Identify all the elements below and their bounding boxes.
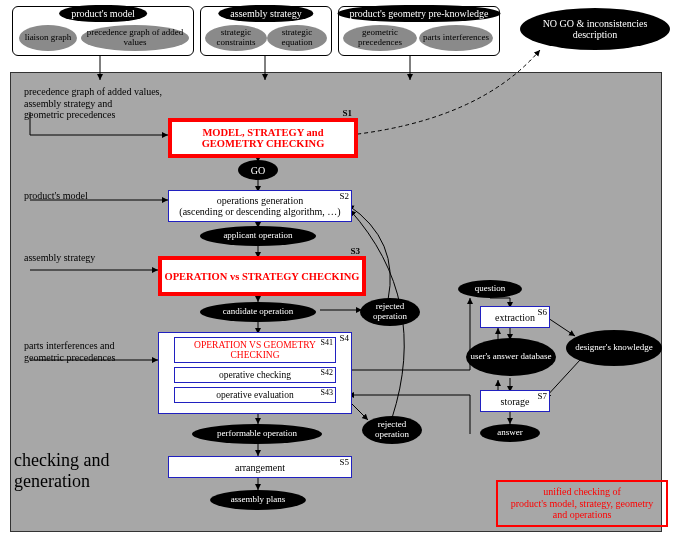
answer-node: answer [480, 424, 540, 442]
s43-text: operative evaluation [216, 390, 293, 400]
question-label: question [475, 284, 506, 294]
annot-s1-input: precedence graph of added values, assemb… [24, 86, 204, 121]
strategic-constraints-label: strategic constraints [205, 28, 267, 48]
s41-box: OPERATION VS GEOMETRY CHECKING S41 [174, 337, 336, 363]
s2-text: operations generation (ascending or desc… [179, 195, 340, 217]
s2-box: S2 operations generation (ascending or d… [168, 190, 352, 222]
s5-text: arrangement [235, 462, 285, 473]
user-answer-db-node: user's answer database [466, 338, 556, 376]
group-strategy-title: assembly strategy [218, 5, 313, 22]
s1-text: MODEL, STRATEGY and GEOMETRY CHECKING [172, 127, 354, 149]
s43-tag: S43 [321, 388, 333, 397]
rejected-operation-2-node: rejected operation [362, 416, 422, 444]
s42-text: operative checking [219, 370, 291, 380]
s4-tag: S4 [339, 333, 349, 343]
group-assembly-strategy: assembly strategy strategic constraints … [200, 6, 332, 56]
user-answer-db-label: user's answer database [470, 352, 551, 362]
group-product-model-title: product's model [59, 5, 147, 22]
s43-box: operative evaluation S43 [174, 387, 336, 403]
strategic-equation-node: strategic equation [267, 25, 327, 51]
liaison-graph-label: liaison graph [25, 33, 72, 43]
candidate-operation-label: candidate operation [223, 307, 294, 317]
annot-s4-input: parts interferences and geometric preced… [24, 340, 144, 363]
annot-s3-input: assembly strategy [24, 252, 95, 264]
s6-text: extraction [495, 312, 535, 323]
question-node: question [458, 280, 522, 298]
s3-box: S3 OPERATION vs STRATEGY CHECKING [158, 256, 366, 296]
group-geometry: product's geometry pre-knowledge geometr… [338, 6, 500, 56]
rejected-operation-2-label: rejected operation [362, 420, 422, 440]
legend-box: unified checking of product's model, str… [496, 480, 668, 527]
s1-box: S1 MODEL, STRATEGY and GEOMETRY CHECKING [168, 118, 358, 158]
s6-tag: S6 [537, 307, 547, 317]
parts-interferences-label: parts interferences [423, 33, 489, 43]
s6-box: S6 extraction [480, 306, 550, 328]
precedence-graph-label: precedence graph of added values [81, 28, 189, 48]
group-product-model: product's model liaison graph precedence… [12, 6, 194, 56]
geometric-precedences-label: geometric precedences [343, 28, 417, 48]
s41-text: OPERATION VS GEOMETRY CHECKING [194, 340, 316, 360]
strategic-constraints-node: strategic constraints [205, 25, 267, 51]
s7-text: storage [501, 396, 530, 407]
liaison-graph-node: liaison graph [19, 25, 77, 51]
s4-box: S4 OPERATION VS GEOMETRY CHECKING S41 op… [158, 332, 352, 414]
go-label: GO [251, 165, 265, 176]
applicant-operation-label: applicant operation [223, 231, 292, 241]
s42-tag: S42 [321, 368, 333, 377]
group-geometry-title: product's geometry pre-knowledge [338, 5, 501, 22]
main-area-label: checking and generation [14, 450, 134, 492]
s7-box: S7 storage [480, 390, 550, 412]
designer-knowledge-label: designer's knowledge [575, 343, 652, 353]
assembly-plans-node: assembly plans [210, 490, 306, 510]
s7-tag: S7 [537, 391, 547, 401]
nogo-node: NO GO & inconsistencies description [520, 8, 670, 50]
annot-s2-input: product's model [24, 190, 88, 202]
answer-label: answer [497, 428, 523, 438]
s3-tag: S3 [350, 246, 360, 256]
rejected-operation-1-label: rejected operation [360, 302, 420, 322]
geometric-precedences-node: geometric precedences [343, 25, 417, 51]
nogo-label: NO GO & inconsistencies description [520, 18, 670, 40]
candidate-operation-node: candidate operation [200, 302, 316, 322]
parts-interferences-node: parts interferences [419, 25, 493, 51]
performable-operation-label: performable operation [217, 429, 297, 439]
assembly-plans-label: assembly plans [231, 495, 286, 505]
s3-text: OPERATION vs STRATEGY CHECKING [165, 271, 360, 282]
s41-tag: S41 [321, 338, 333, 347]
applicant-operation-node: applicant operation [200, 226, 316, 246]
diagram-canvas: product's model liaison graph precedence… [0, 0, 674, 537]
s42-box: operative checking S42 [174, 367, 336, 383]
s5-tag: S5 [339, 457, 349, 467]
go-node: GO [238, 160, 278, 180]
rejected-operation-1-node: rejected operation [360, 298, 420, 326]
s1-tag: S1 [342, 108, 352, 118]
s2-tag: S2 [339, 191, 349, 201]
precedence-graph-node: precedence graph of added values [81, 25, 189, 51]
strategic-equation-label: strategic equation [267, 28, 327, 48]
performable-operation-node: performable operation [192, 424, 322, 444]
s5-box: S5 arrangement [168, 456, 352, 478]
designer-knowledge-node: designer's knowledge [566, 330, 662, 366]
